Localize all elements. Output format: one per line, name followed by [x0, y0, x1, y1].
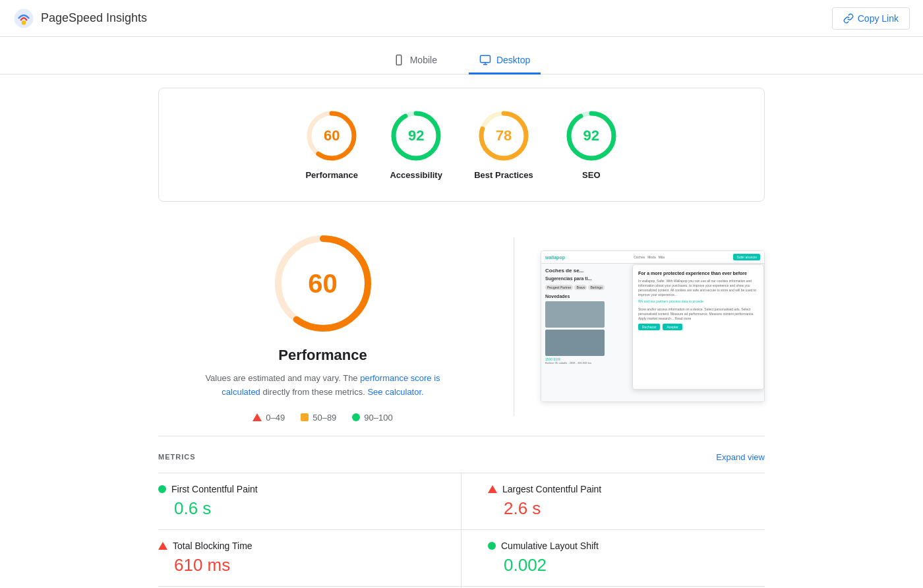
big-score-value: 60	[308, 269, 338, 299]
legend-circle-icon	[352, 413, 360, 421]
mock-sidebar-title: Coches de se...	[545, 268, 618, 274]
mock-nav-item: Más	[659, 255, 665, 259]
metrics-grid: First Contentful Paint 0.6 s Largest Con…	[158, 473, 765, 588]
copy-link-label: Copy Link	[858, 13, 899, 24]
mock-car-image-1	[545, 301, 605, 328]
metric-name-row-lcp: Largest Contentful Paint	[488, 484, 765, 494]
fcp-value: 0.6 s	[158, 498, 434, 519]
legend-orange-label: 50–89	[313, 413, 336, 423]
mock-nav-item: Coches	[634, 255, 645, 259]
mock-logo: wallapop	[545, 255, 565, 260]
app-title: PageSpeed Insights	[41, 11, 147, 25]
score-circle-seo: 92	[565, 109, 618, 162]
header: PageSpeed Insights Copy Link	[0, 0, 923, 37]
legend-square-icon	[301, 413, 309, 421]
lcp-value: 2.6 s	[488, 498, 765, 519]
performance-title: Performance	[278, 347, 367, 364]
pagespeed-logo-icon	[13, 8, 34, 29]
cls-name: Cumulative Layout Shift	[501, 541, 599, 551]
lcp-indicator-icon	[488, 485, 497, 493]
score-item-best-practices: 78 Best Practices	[474, 109, 533, 180]
tabs-container: Mobile Desktop	[0, 37, 923, 74]
metric-item-tbt: Total Blocking Time 610 ms	[158, 530, 462, 587]
mock-header: wallapop Coches Moda Más Subir anuncio	[541, 251, 764, 264]
metric-item-cls: Cumulative Layout Shift 0.002	[462, 530, 765, 587]
cls-value: 0.002	[488, 555, 765, 575]
mock-novedades-title: Novedades	[545, 294, 618, 299]
mock-accept-btn: Aceptar	[663, 324, 682, 330]
tbt-value: 610 ms	[158, 555, 434, 575]
metrics-title: METRICS	[158, 453, 196, 461]
main-content: 60 Performance 92 Accessibility	[132, 74, 791, 588]
svg-rect-4	[480, 55, 490, 63]
score-circle-performance: 60	[305, 109, 358, 162]
svg-point-1	[22, 20, 26, 24]
fcp-indicator-icon	[158, 485, 166, 493]
mock-nav: Coches Moda Más	[634, 255, 665, 259]
mock-reject-btn: Rechazar	[638, 324, 660, 330]
metric-name-row-tbt: Total Blocking Time	[158, 541, 434, 551]
score-circle-accessibility: 92	[390, 109, 442, 162]
mock-overlay-link: We and our partners process data to prov…	[638, 299, 758, 303]
mobile-icon	[393, 54, 405, 66]
perf-left: 60 Performance Values are estimated and …	[158, 231, 487, 423]
see-calculator-link[interactable]: See calculator.	[367, 387, 423, 397]
score-value-performance: 60	[324, 127, 340, 144]
header-left: PageSpeed Insights	[13, 8, 147, 29]
score-value-accessibility: 92	[408, 127, 424, 144]
tbt-indicator-icon	[158, 542, 167, 550]
mock-body: Coches de se... Sugerencias para ti... P…	[541, 264, 764, 401]
score-value-seo: 92	[583, 127, 599, 144]
score-label-performance: Performance	[305, 170, 357, 180]
mock-tag: Peugeot Partner	[545, 285, 573, 290]
copy-link-button[interactable]: Copy Link	[832, 7, 910, 30]
score-value-best-practices: 78	[496, 127, 512, 144]
mock-upload-btn: Subir anuncio	[733, 254, 760, 260]
mock-overlay-title: For a more protected experience than eve…	[638, 270, 758, 276]
mock-overlay-panel: For a more protected experience than eve…	[632, 264, 764, 390]
big-score-circle: 60	[270, 231, 376, 336]
mock-overlay-text-2: Store and/or access information on a dev…	[638, 307, 758, 321]
tab-desktop[interactable]: Desktop	[469, 47, 541, 74]
mock-car-detail: Berliner 95 caballo - 2006 - 200.000 km	[545, 361, 618, 365]
tab-mobile-label: Mobile	[410, 55, 437, 65]
metric-name-row-fcp: First Contentful Paint	[158, 484, 434, 494]
legend-triangle-icon	[253, 413, 262, 421]
legend: 0–49 50–89 90–100	[253, 413, 392, 423]
perf-right: wallapop Coches Moda Más Subir anuncio C…	[541, 231, 765, 423]
score-label-best-practices: Best Practices	[474, 170, 533, 180]
website-screenshot: wallapop Coches Moda Más Subir anuncio C…	[541, 250, 765, 402]
link-icon	[843, 13, 854, 24]
mock-overlay-buttons: Rechazar Aceptar	[638, 324, 758, 330]
perf-desc-mid: directly from these metrics.	[260, 387, 368, 397]
mock-car-image-2	[545, 330, 605, 356]
desktop-icon	[479, 54, 491, 66]
metric-item-fcp: First Contentful Paint 0.6 s	[158, 473, 462, 530]
metrics-header: METRICS Expand view	[158, 452, 765, 462]
scores-card: 60 Performance 92 Accessibility	[158, 88, 765, 202]
score-item-seo: 92 SEO	[565, 109, 618, 180]
score-circle-best-practices: 78	[477, 109, 530, 162]
tab-mobile[interactable]: Mobile	[382, 47, 448, 74]
mock-nav-item: Moda	[647, 255, 656, 259]
score-label-seo: SEO	[582, 170, 600, 180]
score-label-accessibility: Accessibility	[390, 170, 442, 180]
legend-item-green: 90–100	[352, 413, 392, 423]
mock-overlay-text: In wallapop, Safer. With Wallapop you ca…	[638, 279, 758, 297]
screenshot-content: wallapop Coches Moda Más Subir anuncio C…	[541, 251, 764, 401]
legend-item-red: 0–49	[253, 413, 285, 423]
mock-sidebar-subtitle: Sugerencias para ti...	[545, 276, 618, 281]
mock-tag: Berlingo	[588, 285, 604, 290]
expand-view-button[interactable]: Expand view	[716, 452, 765, 462]
mock-tag: Bravo	[574, 285, 587, 290]
legend-item-orange: 50–89	[301, 413, 336, 423]
tab-desktop-label: Desktop	[496, 55, 530, 65]
performance-description: Values are estimated and may vary. The p…	[198, 372, 448, 399]
tbt-name: Total Blocking Time	[173, 541, 253, 551]
vertical-divider	[514, 237, 514, 416]
scores-row: 60 Performance 92 Accessibility	[180, 109, 743, 180]
score-item-performance: 60 Performance	[305, 109, 358, 180]
fcp-name: First Contentful Paint	[171, 484, 258, 494]
mock-sidebar: Coches de se... Sugerencias para ti... P…	[545, 268, 618, 397]
legend-green-label: 90–100	[364, 413, 392, 423]
